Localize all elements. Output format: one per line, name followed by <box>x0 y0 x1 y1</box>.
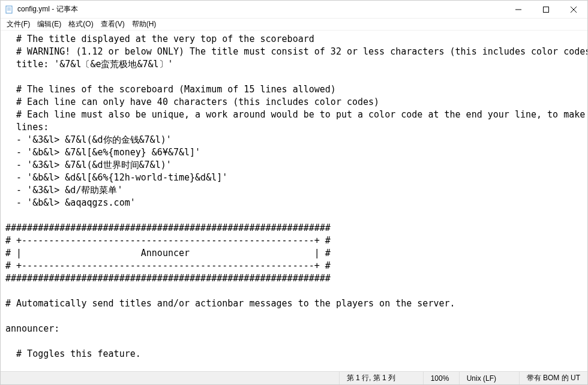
titlebar[interactable]: config.yml - 记事本 <box>1 1 587 19</box>
menubar: 文件(F) 编辑(E) 格式(O) 查看(V) 帮助(H) <box>1 19 587 31</box>
text-editor[interactable]: # The title displayed at the very top of… <box>1 31 587 371</box>
statusbar: 第 1 行, 第 1 列 100% Unix (LF) 带有 BOM 的 UT <box>1 371 587 384</box>
notepad-window: config.yml - 记事本 文件(F) 编辑(E) 格式(O) 查看(V)… <box>0 0 588 385</box>
editor-wrap: # The title displayed at the very top of… <box>1 31 587 371</box>
maximize-button[interactable] <box>532 1 560 18</box>
status-zoom: 100% <box>423 372 459 384</box>
close-button[interactable] <box>560 1 587 18</box>
window-controls <box>505 1 587 18</box>
status-lineending: Unix (LF) <box>459 372 519 384</box>
menu-file[interactable]: 文件(F) <box>3 18 34 31</box>
menu-help[interactable]: 帮助(H) <box>128 18 160 31</box>
svg-rect-5 <box>544 7 549 12</box>
window-title: config.yml - 记事本 <box>17 4 505 14</box>
minimize-button[interactable] <box>505 1 532 18</box>
notepad-icon <box>4 5 14 14</box>
menu-edit[interactable]: 编辑(E) <box>34 18 65 31</box>
status-encoding: 带有 BOM 的 UT <box>519 372 587 384</box>
svg-rect-0 <box>6 6 12 13</box>
menu-view[interactable]: 查看(V) <box>97 18 128 31</box>
menu-format[interactable]: 格式(O) <box>65 18 97 31</box>
status-position: 第 1 行, 第 1 列 <box>339 372 423 384</box>
